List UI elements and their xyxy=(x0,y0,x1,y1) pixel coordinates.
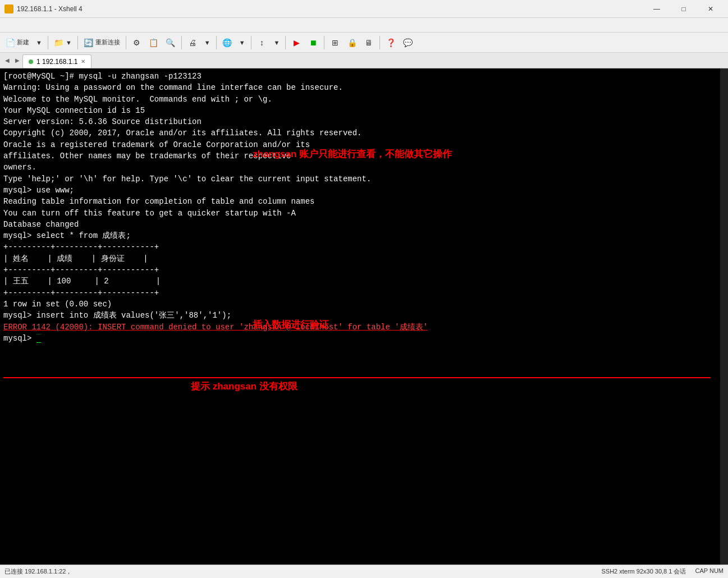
terminal-line: Copyright (c) 2000, 2017, Oracle and/or … xyxy=(3,127,725,139)
start-button[interactable]: ▶ xyxy=(289,35,304,51)
window-controls: — □ ✕ xyxy=(644,1,724,17)
terminal-line: You can turn off this feature to get a q… xyxy=(3,208,725,219)
reconnect-icon: 🔄 xyxy=(84,38,94,48)
toolbar: 📄 新建 ▼ 📁 ▼ 🔄 重新连接 ⚙ 📋 🔍 🖨 ▼ 🌐 ▼ ↕ ▼ ▶ ⏹ xyxy=(0,33,728,53)
terminal-line: Server version: 5.6.36 Source distributi… xyxy=(3,116,725,127)
chat-icon: 💬 xyxy=(402,38,413,48)
help-icon: ❓ xyxy=(386,38,396,48)
globe-dropdown[interactable]: ▼ xyxy=(236,35,248,51)
status-bar: 已连接 192.168.1.1:22， SSH2 xterm 92x30 30,… xyxy=(0,565,728,578)
new-label: 新建 xyxy=(17,38,29,47)
copy-button[interactable]: 📋 xyxy=(146,35,162,51)
stop-icon: ⏹ xyxy=(308,38,318,48)
lock-button[interactable]: 🔒 xyxy=(344,35,360,51)
connection-status-dot xyxy=(29,59,33,64)
separator-5 xyxy=(216,36,217,49)
separator-2 xyxy=(77,36,78,49)
grid-icon: ⊞ xyxy=(330,38,340,48)
separator-6 xyxy=(251,36,251,49)
folder-button[interactable]: 📁 ▼ xyxy=(51,35,75,51)
tab-label: 1 192.168.1.1 xyxy=(36,58,77,66)
title-bar: 192.168.1.1 - Xshell 4 — □ ✕ xyxy=(0,0,728,18)
folder-dropdown: ▼ xyxy=(66,39,72,46)
app-icon xyxy=(4,4,13,13)
new-dropdown[interactable]: ▼ xyxy=(33,35,45,51)
tab-next-button[interactable]: ▶ xyxy=(12,52,22,68)
terminal-line: Welcome to the MySQL monitor. Commands e… xyxy=(3,94,725,105)
terminal-line: | 姓名 | 成绩 | 身份证 | xyxy=(3,253,725,264)
terminal-line: mysql> █ xyxy=(3,333,725,344)
terminal-line: Type 'help;' or '\h' for help. Type '\c'… xyxy=(3,173,725,185)
status-session-info: SSH2 xterm 92x30 30,8 1 会话 xyxy=(601,567,686,576)
separator-7 xyxy=(285,36,286,49)
globe-icon: 🌐 xyxy=(222,38,232,48)
menu-bar xyxy=(0,18,728,33)
tab-close-button[interactable]: ✕ xyxy=(81,58,85,65)
terminal-line: +---------+---------+-----------+ xyxy=(3,287,725,299)
terminal-line: ERROR 1142 (42000): INSERT command denie… xyxy=(3,322,725,333)
status-right: SSH2 xterm 92x30 30,8 1 会话 CAP NUM xyxy=(601,567,724,576)
tab-bar: ◀ ▶ 1 192.168.1.1 ✕ xyxy=(0,53,728,68)
separator-8 xyxy=(324,36,324,49)
start-icon: ▶ xyxy=(291,38,301,48)
grid-button[interactable]: ⊞ xyxy=(327,35,343,51)
terminal[interactable]: [root@MySQL ~]# mysql -u zhangsan -p1231… xyxy=(0,68,728,565)
terminal-line: +---------+---------+-----------+ xyxy=(3,241,725,253)
terminal-line: Your MySQL connection id is 15 xyxy=(3,105,725,116)
copy-icon: 📋 xyxy=(149,38,159,48)
scrollbar[interactable] xyxy=(720,68,728,565)
print-icon: 🖨 xyxy=(187,38,198,48)
separator-3 xyxy=(126,36,126,49)
reconnect-label: 重新连接 xyxy=(95,38,120,47)
new-icon: 📄 xyxy=(5,38,15,48)
new-button[interactable]: 📄 新建 xyxy=(2,35,32,51)
separator-4 xyxy=(181,36,182,49)
print-button[interactable]: 🖨 xyxy=(185,35,200,51)
terminal-line: Reading table information for completion… xyxy=(3,196,725,207)
lock-icon: 🔒 xyxy=(347,38,357,48)
terminal-line: mysql> use www; xyxy=(3,185,725,196)
terminal-line: | 王五 | 100 | 2 | xyxy=(3,276,725,287)
monitor-icon: 🖥 xyxy=(364,38,374,48)
separator-1 xyxy=(48,36,48,49)
cursor: █ xyxy=(36,334,41,343)
terminal-line: [root@MySQL ~]# mysql -u zhangsan -p1231… xyxy=(3,71,725,82)
terminal-line: Database changed xyxy=(3,219,725,230)
terminal-line: mysql> select * from 成绩表; xyxy=(3,230,725,241)
terminal-line: owners. xyxy=(3,162,725,173)
print-dropdown[interactable]: ▼ xyxy=(202,35,213,51)
separator-9 xyxy=(379,36,380,49)
settings-button[interactable]: ⚙ xyxy=(129,35,145,51)
main-area: [root@MySQL ~]# mysql -u zhangsan -p1231… xyxy=(0,68,728,565)
stop-button[interactable]: ⏹ xyxy=(305,35,321,51)
transfer-icon: ↕ xyxy=(257,38,267,48)
settings-icon: ⚙ xyxy=(132,38,142,48)
terminal-line: Warning: Using a password on the command… xyxy=(3,82,725,93)
close-button[interactable]: ✕ xyxy=(698,1,724,17)
chat-button[interactable]: 💬 xyxy=(400,35,415,51)
find-button[interactable]: 🔍 xyxy=(163,35,178,51)
status-caps: CAP NUM xyxy=(695,567,724,576)
terminal-line: mysql> insert into 成绩表 values('张三','88',… xyxy=(3,310,725,321)
monitor-button[interactable]: 🖥 xyxy=(361,35,377,51)
tab-session-1[interactable]: 1 192.168.1.1 ✕ xyxy=(22,54,91,68)
folder-icon: 📁 xyxy=(54,38,64,48)
window-title: 192.168.1.1 - Xshell 4 xyxy=(17,5,644,13)
minimize-button[interactable]: — xyxy=(644,1,670,17)
transfer-dropdown[interactable]: ▼ xyxy=(271,35,283,51)
terminal-line: 1 row in set (0.00 sec) xyxy=(3,299,725,310)
find-icon: 🔍 xyxy=(166,38,176,48)
transfer-button[interactable]: ↕ xyxy=(254,35,270,51)
terminal-wrapper: [root@MySQL ~]# mysql -u zhangsan -p1231… xyxy=(0,68,728,565)
help-button[interactable]: ❓ xyxy=(383,35,399,51)
maximize-button[interactable]: □ xyxy=(671,1,697,17)
terminal-line: +---------+---------+-----------+ xyxy=(3,264,725,276)
tab-prev-button[interactable]: ◀ xyxy=(2,52,12,68)
terminal-line: affiliates. Other names may be trademark… xyxy=(3,150,725,162)
status-connection: 已连接 192.168.1.1:22， xyxy=(4,567,72,576)
terminal-line: Oracle is a registered trademark of Orac… xyxy=(3,139,725,150)
reconnect-button[interactable]: 🔄 重新连接 xyxy=(81,35,123,51)
globe-button[interactable]: 🌐 xyxy=(219,35,235,51)
